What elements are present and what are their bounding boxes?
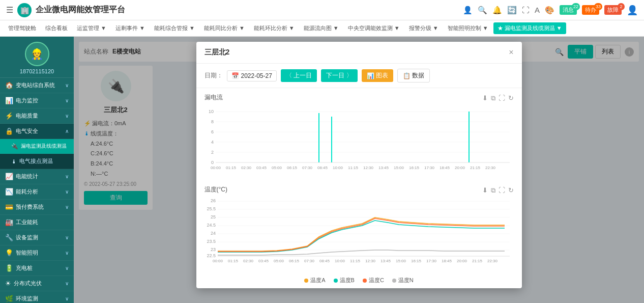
sidebar-item-prepay[interactable]: 💳预付费系统 ∨ xyxy=(0,200,74,215)
svg-text:00:00: 00:00 xyxy=(210,166,221,170)
svg-text:21:15: 21:15 xyxy=(472,259,482,263)
message-badge-container[interactable]: 消息 22 xyxy=(560,5,577,15)
svg-text:22.5: 22.5 xyxy=(207,253,216,258)
expand2-icon[interactable]: ⛶ xyxy=(499,94,505,102)
refresh3-icon[interactable]: ↻ xyxy=(508,186,514,195)
sidebar-item-industrial[interactable]: 🏭工业能耗 xyxy=(0,215,74,230)
message-count: 22 xyxy=(572,3,580,10)
modal-overlay: 三层北2 × 日期： 📅 2022-05-27 〈 上一日 下一日 〉 📊 图表 xyxy=(74,37,644,303)
download-icon[interactable]: ⬇ xyxy=(482,94,488,102)
sidebar-item-prepay-label: 预付费系统 xyxy=(16,203,44,211)
sidebar-item-quality[interactable]: ⚡电能质量 ∨ xyxy=(0,108,74,124)
sidebar-item-analysis[interactable]: 📉能耗分析 ∨ xyxy=(0,184,74,200)
navbar: 管理驾驶舱 综合看板 运监管理 ▼ 运剩事件 ▼ 能耗综合管报 ▼ 能耗同比分析… xyxy=(0,20,644,37)
fault-badge-container[interactable]: 故障 2 xyxy=(604,5,622,15)
search-icon[interactable]: 🔍 xyxy=(478,6,487,15)
sidebar-item-safety[interactable]: 🔒电气安全 ∧ xyxy=(0,124,74,139)
header-icons: 👤 🔍 🔔 🔄 ⛶ A 🎨 消息 22 待办 33 故障 2 👤 xyxy=(463,5,638,16)
sidebar: 👷 18702115120 🏠变电站综自系统 ∨ 📊电力监控 ∨ ⚡电能质量 ∨… xyxy=(0,37,74,303)
date-value: 2022-05-27 xyxy=(241,72,272,79)
modal-close-button[interactable]: × xyxy=(509,48,513,57)
nav-item-dashboard[interactable]: 管理驾驶舱 xyxy=(4,22,40,34)
expand3-icon[interactable]: ⛶ xyxy=(499,186,505,195)
chevron-down-icon6: ∨ xyxy=(65,204,69,210)
sidebar-avatar: 👷 xyxy=(25,42,49,66)
legend-dot-c xyxy=(363,279,367,283)
nav-item-report[interactable]: 综合看板 xyxy=(41,22,72,34)
substation-icon: 🏠 xyxy=(5,81,13,89)
font-icon[interactable]: A xyxy=(535,6,540,14)
main-layout: 👷 18702115120 🏠变电站综自系统 ∨ 📊电力监控 ∨ ⚡电能质量 ∨… xyxy=(0,37,644,303)
legend-item-b: 温度B xyxy=(334,277,355,284)
svg-text:01:15: 01:15 xyxy=(225,166,236,170)
svg-text:17:30: 17:30 xyxy=(424,166,434,170)
sidebar-item-power[interactable]: 📊电力监控 ∨ xyxy=(0,93,74,108)
sidebar-item-substation[interactable]: 🏠变电站综自系统 ∨ xyxy=(0,78,74,93)
sidebar-item-lighting[interactable]: 💡智能照明 ∨ xyxy=(0,245,74,261)
svg-text:6: 6 xyxy=(211,129,213,134)
nav-item-lighting[interactable]: 智能照明控制 ▼ xyxy=(444,22,492,34)
nav-item-energy-report[interactable]: 能耗综合管报 ▼ xyxy=(150,22,199,34)
expand-icon[interactable]: ⛶ xyxy=(522,6,530,14)
svg-text:20:00: 20:00 xyxy=(454,166,465,170)
chart2-title: 温度(°C) xyxy=(204,185,227,194)
skin-icon[interactable]: 🎨 xyxy=(545,6,554,15)
temp-icon: 🌡 xyxy=(11,158,17,164)
chart-button[interactable]: 📊 图表 xyxy=(362,69,393,82)
quality-icon: ⚡ xyxy=(5,112,13,120)
svg-text:25.5: 25.5 xyxy=(207,206,216,211)
device-icon: 🔧 xyxy=(5,234,13,241)
svg-text:23: 23 xyxy=(210,247,215,252)
refresh2-icon[interactable]: ↻ xyxy=(508,94,514,102)
user-icon[interactable]: 👤 xyxy=(463,6,473,15)
chevron-up-icon: ∧ xyxy=(65,128,69,134)
svg-text:11:15: 11:15 xyxy=(347,166,358,170)
svg-text:02:30: 02:30 xyxy=(241,166,251,170)
sidebar-item-env[interactable]: 🌿环境监测 ∨ xyxy=(0,291,74,303)
nav-item-alarm[interactable]: 报警分级 ▼ xyxy=(405,22,443,34)
sidebar-item-charger[interactable]: 🔋充电桩 ∨ xyxy=(0,261,74,276)
nav-item-monitor[interactable]: 运监管理 ▼ xyxy=(73,22,110,34)
nav-item-energy-flow[interactable]: 能源流向图 ▼ xyxy=(300,22,343,34)
nav-item-event[interactable]: 运剩事件 ▼ xyxy=(111,22,149,34)
svg-text:11:15: 11:15 xyxy=(349,259,360,263)
svg-text:22:30: 22:30 xyxy=(485,166,495,170)
svg-text:26: 26 xyxy=(210,198,215,203)
chart-legend: 温度A 温度B 温度C 温度N xyxy=(196,272,522,288)
prev-day-button[interactable]: 〈 上一日 xyxy=(281,69,317,82)
solar-icon: ☀ xyxy=(5,280,11,287)
sidebar-item-leak[interactable]: 🔌漏电监测及线缆测温 xyxy=(0,139,74,154)
window2-icon[interactable]: ⧉ xyxy=(491,186,495,195)
legend-label-b: 温度B xyxy=(340,277,355,284)
nav-item-hvac[interactable]: 中央空调能效监测 ▼ xyxy=(344,22,404,34)
svg-text:13:45: 13:45 xyxy=(380,259,391,263)
refresh-icon[interactable]: 🔄 xyxy=(507,6,517,15)
calendar-icon: 📅 xyxy=(231,72,239,79)
svg-text:10:00: 10:00 xyxy=(334,259,345,263)
chevron-down-icon5: ∨ xyxy=(65,189,69,195)
safety-icon: 🔒 xyxy=(5,127,13,135)
sidebar-item-device[interactable]: 🔧设备监测 ∨ xyxy=(0,230,74,245)
sidebar-item-solar[interactable]: ☀分布式光伏 ∨ xyxy=(0,276,74,291)
sidebar-item-quality-label: 电能质量 xyxy=(16,112,38,120)
avatar-icon[interactable]: 👤 xyxy=(627,5,638,16)
data-button[interactable]: 📋 数据 xyxy=(397,69,430,82)
nav-item-energy-compare[interactable]: 能耗同比分析 ▼ xyxy=(200,22,249,34)
legend-dot-b xyxy=(334,279,338,283)
download2-icon[interactable]: ⬇ xyxy=(482,186,488,195)
nav-item-leak[interactable]: ★ 漏电监测及线缆测温 ▼ xyxy=(493,22,566,34)
svg-text:22:30: 22:30 xyxy=(487,259,497,263)
date-picker[interactable]: 📅 2022-05-27 xyxy=(227,70,277,81)
next-day-button[interactable]: 下一日 〉 xyxy=(321,69,357,82)
window-icon[interactable]: ⧉ xyxy=(491,94,495,102)
todo-badge-container[interactable]: 待办 33 xyxy=(582,5,599,15)
sidebar-item-stats[interactable]: 📈电能统计 ∨ xyxy=(0,169,74,184)
svg-text:18:45: 18:45 xyxy=(439,166,450,170)
sidebar-item-temp[interactable]: 🌡电气接点测温 xyxy=(0,154,74,169)
sidebar-item-industrial-label: 工业能耗 xyxy=(16,218,38,226)
bell-icon[interactable]: 🔔 xyxy=(492,6,502,15)
nav-item-energy-chain[interactable]: 能耗环比分析 ▼ xyxy=(250,22,299,34)
chevron-down-icon2: ∨ xyxy=(65,98,69,103)
hamburger-icon[interactable]: ☰ xyxy=(6,5,13,15)
industrial-icon: 🏭 xyxy=(5,218,13,226)
